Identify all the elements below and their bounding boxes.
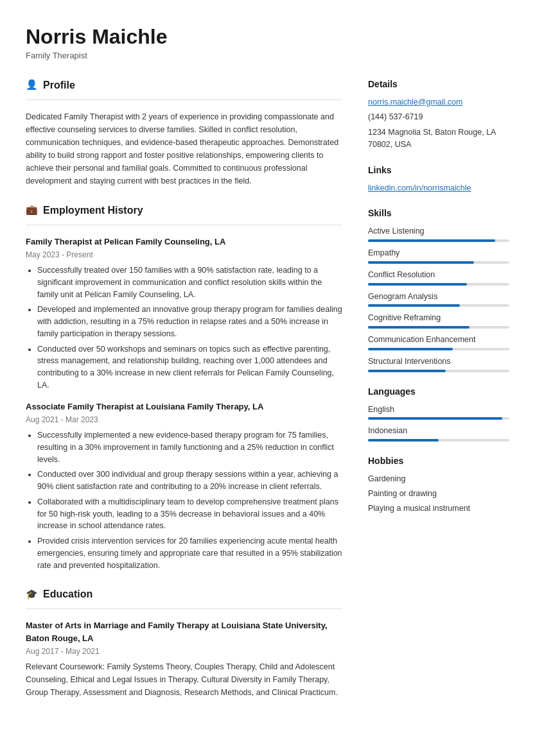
skill-bar-fill-5 — [368, 348, 453, 350]
main-layout: 👤 Profile Dedicated Family Therapist wit… — [26, 78, 509, 730]
profile-section: 👤 Profile Dedicated Family Therapist wit… — [26, 78, 342, 187]
lang-item-1: Indonesian — [368, 425, 509, 442]
skill-label-4: Cognitive Reframing — [368, 312, 509, 324]
skill-label-0: Active Listening — [368, 225, 509, 237]
skill-item-2: Conflict Resolution — [368, 269, 509, 286]
job-1: Associate Family Therapist at Louisiana … — [26, 400, 342, 572]
employment-divider — [26, 225, 342, 225]
profile-text: Dedicated Family Therapist with 2 years … — [26, 110, 342, 187]
employment-icon: 💼 — [26, 203, 38, 218]
address: 1234 Magnolia St, Baton Rouge, LA 70802,… — [368, 126, 509, 151]
job-bullet-0-0: Successfully treated over 150 families w… — [37, 264, 342, 300]
link-item-0[interactable]: linkedin.com/in/norrismaichle — [368, 182, 509, 194]
job-bullet-1-1: Conducted over 300 individual and group … — [37, 468, 342, 493]
education-section-title: 🎓 Education — [26, 587, 342, 602]
skill-label-1: Empathy — [368, 247, 509, 259]
skills-section-title: Skills — [368, 207, 509, 220]
email-link[interactable]: norris.maichle@gmail.com — [368, 96, 509, 108]
links-list: linkedin.com/in/norrismaichle — [368, 182, 509, 194]
job-date-1: Aug 2021 - Mar 2023 — [26, 414, 342, 425]
skill-bar-fill-0 — [368, 239, 495, 242]
edu-entry-0: Master of Arts in Marriage and Family Th… — [26, 619, 342, 699]
skill-bar-bg-2 — [368, 283, 509, 286]
skill-bar-fill-2 — [368, 283, 467, 286]
education-divider — [26, 608, 342, 609]
skill-item-0: Active Listening — [368, 225, 509, 242]
job-title-0: Family Therapist at Pelican Family Couns… — [26, 236, 342, 248]
hobby-item-1: Painting or drawing — [368, 488, 509, 500]
employment-section: 💼 Employment History Family Therapist at… — [26, 203, 342, 572]
lang-item-0: English — [368, 404, 509, 420]
skills-section: Skills Active ListeningEmpathyConflict R… — [368, 207, 509, 372]
skill-bar-bg-6 — [368, 370, 509, 372]
languages-list: EnglishIndonesian — [368, 404, 509, 442]
skill-item-3: Genogram Analysis — [368, 291, 509, 307]
job-date-0: May 2023 - Present — [26, 249, 342, 261]
edu-text-0: Relevant Coursework: Family Systems Theo… — [26, 660, 342, 699]
hobbies-list: GardeningPainting or drawingPlaying a mu… — [368, 473, 509, 514]
edu-date-0: Aug 2017 - May 2021 — [26, 646, 342, 657]
header: Norris Maichle Family Therapist — [26, 26, 509, 62]
job-bullets-0: Successfully treated over 150 families w… — [26, 264, 342, 391]
job-bullet-1-2: Collaborated with a multidisciplinary te… — [37, 496, 342, 532]
skill-bar-bg-3 — [368, 304, 509, 307]
skill-item-4: Cognitive Reframing — [368, 312, 509, 329]
skill-label-2: Conflict Resolution — [368, 269, 509, 281]
job-bullet-1-3: Provided crisis intervention services fo… — [37, 535, 342, 571]
hobbies-section: Hobbies GardeningPainting or drawingPlay… — [368, 454, 509, 514]
skill-item-5: Communication Enhancement — [368, 334, 509, 350]
hobby-item-0: Gardening — [368, 473, 509, 485]
jobs-list: Family Therapist at Pelican Family Couns… — [26, 236, 342, 572]
profile-section-title: 👤 Profile — [26, 78, 342, 93]
job-bullet-1-0: Successfully implemented a new evidence-… — [37, 429, 342, 465]
links-section: Links linkedin.com/in/norrismaichle — [368, 164, 509, 194]
edu-title-0: Master of Arts in Marriage and Family Th… — [26, 619, 342, 644]
skill-bar-bg-4 — [368, 326, 509, 329]
education-icon: 🎓 — [26, 587, 38, 602]
employment-section-title: 💼 Employment History — [26, 203, 342, 218]
job-bullets-1: Successfully implemented a new evidence-… — [26, 429, 342, 571]
education-section: 🎓 Education Master of Arts in Marriage a… — [26, 587, 342, 699]
skill-label-3: Genogram Analysis — [368, 291, 509, 303]
job-0: Family Therapist at Pelican Family Couns… — [26, 236, 342, 391]
job-bullet-0-1: Developed and implemented an innovative … — [37, 304, 342, 339]
skill-bar-bg-1 — [368, 261, 509, 264]
right-column: Details norris.maichle@gmail.com (144) 5… — [368, 78, 509, 730]
lang-label-1: Indonesian — [368, 425, 509, 437]
candidate-title: Family Therapist — [26, 49, 509, 62]
job-title-1: Associate Family Therapist at Louisiana … — [26, 400, 342, 413]
skill-bar-bg-5 — [368, 348, 509, 350]
skill-item-1: Empathy — [368, 247, 509, 264]
languages-section-title: Languages — [368, 385, 509, 399]
resume-page: Norris Maichle Family Therapist 👤 Profil… — [0, 0, 535, 756]
lang-bar-fill-1 — [368, 439, 439, 442]
skill-label-6: Structural Interventions — [368, 356, 509, 368]
lang-bar-bg-1 — [368, 439, 509, 442]
hobbies-section-title: Hobbies — [368, 454, 509, 468]
lang-bar-fill-0 — [368, 417, 502, 420]
skill-item-6: Structural Interventions — [368, 356, 509, 372]
candidate-name: Norris Maichle — [26, 26, 509, 48]
skill-bar-fill-6 — [368, 370, 446, 372]
lang-bar-bg-0 — [368, 417, 509, 420]
skill-bar-bg-0 — [368, 239, 509, 242]
details-section-title: Details — [368, 78, 509, 91]
education-list: Master of Arts in Marriage and Family Th… — [26, 619, 342, 699]
phone: (144) 537-6719 — [368, 111, 509, 123]
left-column: 👤 Profile Dedicated Family Therapist wit… — [26, 78, 342, 730]
languages-section: Languages EnglishIndonesian — [368, 385, 509, 442]
profile-divider — [26, 99, 342, 100]
skill-label-5: Communication Enhancement — [368, 334, 509, 346]
profile-icon: 👤 — [26, 78, 38, 92]
job-bullet-0-2: Conducted over 50 workshops and seminars… — [37, 343, 342, 391]
skill-bar-fill-1 — [368, 261, 474, 264]
links-section-title: Links — [368, 164, 509, 177]
details-section: Details norris.maichle@gmail.com (144) 5… — [368, 78, 509, 151]
skill-bar-fill-4 — [368, 326, 469, 329]
skills-list: Active ListeningEmpathyConflict Resoluti… — [368, 225, 509, 372]
lang-label-0: English — [368, 404, 509, 416]
skill-bar-fill-3 — [368, 304, 460, 307]
hobby-item-2: Playing a musical instrument — [368, 503, 509, 515]
